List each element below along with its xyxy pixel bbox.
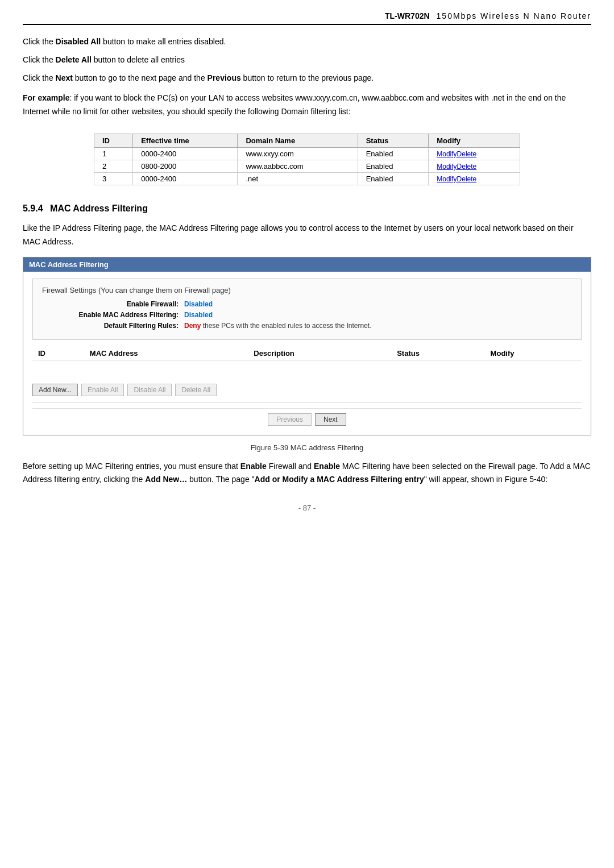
domain-row-time: 0000-2400 bbox=[133, 147, 238, 160]
next-prev-para: Click the Next button to go to the next … bbox=[23, 72, 591, 85]
page-number: - 87 - bbox=[23, 504, 591, 512]
page-header: TL-WR702N 150Mbps Wireless N Nano Router bbox=[23, 11, 591, 25]
domain-table-header-row: ID Effective time Domain Name Status Mod… bbox=[94, 134, 520, 147]
example-bold: For example bbox=[23, 93, 69, 102]
disabled-all-para: Click the Disabled All button to make al… bbox=[23, 35, 591, 49]
default-rules-label: Default Filtering Rules: bbox=[53, 322, 179, 330]
enable-firewall-inline: Enable bbox=[240, 462, 267, 471]
enable-mac-row: Enable MAC Address Filtering: Disabled bbox=[42, 311, 572, 319]
mac-button-row: Add New... Enable All Disable All Delete… bbox=[32, 384, 582, 396]
domain-row-id: 3 bbox=[94, 172, 133, 185]
after-text-para: Before setting up MAC Filtering entries,… bbox=[23, 460, 591, 487]
mac-col-id: ID bbox=[32, 347, 84, 360]
domain-row-name: www.xxyy.com bbox=[238, 147, 358, 160]
domain-row-name: .net bbox=[238, 172, 358, 185]
modify-link[interactable]: Modify bbox=[437, 163, 457, 171]
enable-all-button[interactable]: Enable All bbox=[81, 384, 124, 396]
domain-row-modify[interactable]: ModifyDelete bbox=[429, 172, 520, 185]
domain-row-time: 0800-2000 bbox=[133, 160, 238, 172]
disable-all-button[interactable]: Disable All bbox=[127, 384, 172, 396]
mac-empty-row bbox=[32, 360, 582, 378]
mac-table-header-row: ID MAC Address Description Status Modify bbox=[32, 347, 582, 360]
disabled-all-label: Disabled All bbox=[56, 37, 101, 46]
add-new-inline: Add New… bbox=[145, 475, 187, 484]
domain-table-wrapper: ID Effective time Domain Name Status Mod… bbox=[23, 126, 591, 193]
delete-link[interactable]: Delete bbox=[457, 150, 477, 158]
modify-link[interactable]: Modify bbox=[437, 175, 457, 183]
section-intro-text: Like the IP Address Filtering page, the … bbox=[23, 222, 591, 249]
previous-label: Previous bbox=[208, 73, 241, 82]
example-section: For example: if you want to block the PC… bbox=[23, 92, 591, 119]
delete-all-para: Click the Delete All button to delete al… bbox=[23, 53, 591, 67]
default-rules-rest: these PCs with the enabled rules to acce… bbox=[201, 322, 371, 330]
model-name: TL-WR702N bbox=[385, 11, 430, 20]
figure-caption: Figure 5-39 MAC address Filtering bbox=[23, 443, 591, 452]
previous-button[interactable]: Previous bbox=[268, 413, 312, 426]
domain-row-id: 2 bbox=[94, 160, 133, 172]
enable-mac-label: Enable MAC Address Filtering: bbox=[53, 311, 179, 319]
mac-address-table: ID MAC Address Description Status Modify bbox=[32, 347, 582, 378]
mac-filter-inner: Firewall Settings (You can change them o… bbox=[23, 272, 591, 435]
section-intro-para: Like the IP Address Filtering page, the … bbox=[23, 222, 591, 249]
domain-row-modify[interactable]: ModifyDelete bbox=[429, 147, 520, 160]
domain-table-row: 10000-2400www.xxyy.comEnabledModifyDelet… bbox=[94, 147, 520, 160]
enable-mac-inline: Enable bbox=[314, 462, 340, 471]
domain-table: ID Effective time Domain Name Status Mod… bbox=[94, 134, 520, 185]
default-rules-value: Deny these PCs with the enabled rules to… bbox=[184, 322, 372, 330]
domain-row-time: 0000-2400 bbox=[133, 172, 238, 185]
mac-col-modify: Modify bbox=[485, 347, 582, 360]
delete-all-label: Delete All bbox=[56, 55, 92, 64]
domain-row-status: Enabled bbox=[358, 172, 429, 185]
mac-col-address: MAC Address bbox=[84, 347, 248, 360]
separator bbox=[32, 402, 582, 402]
enable-firewall-value: Disabled bbox=[184, 300, 213, 308]
section-number: 5.9.4 bbox=[23, 203, 43, 213]
col-id: ID bbox=[94, 134, 133, 147]
domain-table-row: 30000-2400.netEnabledModifyDelete bbox=[94, 172, 520, 185]
firewall-settings-section: Firewall Settings (You can change them o… bbox=[32, 279, 582, 340]
modify-link[interactable]: Modify bbox=[437, 150, 457, 158]
default-rules-row: Default Filtering Rules: Deny these PCs … bbox=[42, 322, 572, 330]
example-para: For example: if you want to block the PC… bbox=[23, 92, 591, 119]
mac-filter-title: MAC Address Filtering bbox=[23, 258, 591, 272]
enable-firewall-row: Enable Firewall: Disabled bbox=[42, 300, 572, 308]
intro-section: Click the Disabled All button to make al… bbox=[23, 35, 591, 85]
col-status: Status bbox=[358, 134, 429, 147]
col-modify: Modify bbox=[429, 134, 520, 147]
mac-col-status: Status bbox=[391, 347, 484, 360]
enable-firewall-label: Enable Firewall: bbox=[53, 300, 179, 308]
mac-filter-panel: MAC Address Filtering Firewall Settings … bbox=[23, 257, 591, 435]
domain-row-name: www.aabbcc.com bbox=[238, 160, 358, 172]
firewall-settings-title: Firewall Settings (You can change them o… bbox=[42, 286, 572, 294]
delete-link[interactable]: Delete bbox=[457, 175, 477, 183]
mac-col-description: Description bbox=[248, 347, 391, 360]
section-title: MAC Address Filtering bbox=[50, 203, 148, 213]
domain-table-row: 20800-2000www.aabbcc.comEnabledModifyDel… bbox=[94, 160, 520, 172]
model-description: 150Mbps Wireless N Nano Router bbox=[437, 11, 591, 20]
after-text-section: Before setting up MAC Filtering entries,… bbox=[23, 460, 591, 487]
domain-row-modify[interactable]: ModifyDelete bbox=[429, 160, 520, 172]
default-rules-deny: Deny bbox=[184, 322, 201, 330]
next-label: Next bbox=[56, 73, 73, 82]
delete-link[interactable]: Delete bbox=[457, 163, 477, 171]
pagination-nav: Previous Next bbox=[32, 408, 582, 428]
domain-row-id: 1 bbox=[94, 147, 133, 160]
section-heading: 5.9.4 MAC Address Filtering bbox=[23, 203, 591, 216]
col-domain-name: Domain Name bbox=[238, 134, 358, 147]
col-effective-time: Effective time bbox=[133, 134, 238, 147]
domain-row-status: Enabled bbox=[358, 160, 429, 172]
next-button[interactable]: Next bbox=[315, 413, 346, 426]
add-new-button[interactable]: Add New... bbox=[32, 384, 78, 396]
page-name-inline: Add or Modify a MAC Address Filtering en… bbox=[255, 475, 424, 484]
delete-all-button[interactable]: Delete All bbox=[175, 384, 217, 396]
enable-mac-value: Disabled bbox=[184, 311, 213, 319]
domain-row-status: Enabled bbox=[358, 147, 429, 160]
